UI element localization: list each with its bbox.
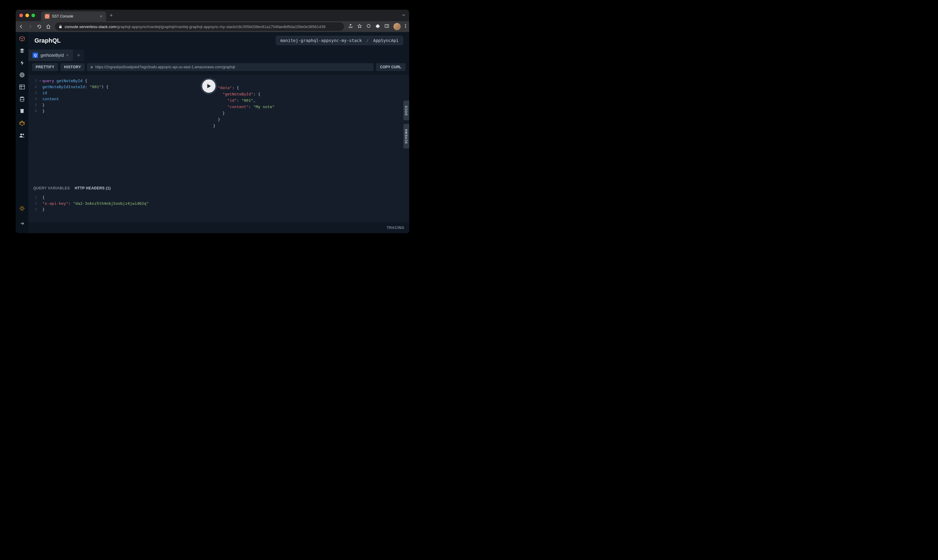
browser-tab[interactable]: SST Console × (41, 11, 106, 21)
table-icon[interactable] (19, 84, 25, 90)
browser-toolbar-icons (348, 23, 406, 30)
new-tab-button[interactable]: + (110, 12, 113, 19)
reload-button[interactable] (37, 24, 42, 29)
svg-line-30 (23, 210, 24, 211)
query-editor[interactable]: 1▾query getNoteById {2 getNoteById(noteI… (28, 75, 205, 183)
breadcrumb-sep: / (366, 38, 369, 43)
tab-title: SST Console (52, 14, 73, 18)
prettify-button[interactable]: PRETTIFY (32, 63, 58, 71)
panel-icon[interactable] (384, 23, 389, 29)
svg-point-4 (405, 24, 406, 25)
svg-point-13 (20, 97, 24, 98)
browser-tabs-bar: SST Console × + (16, 10, 409, 21)
tab-close-button[interactable]: × (100, 14, 102, 19)
svg-rect-15 (20, 109, 24, 110)
svg-point-1 (367, 25, 370, 28)
minimize-window-button[interactable] (25, 14, 29, 17)
app-sidebar (16, 32, 28, 233)
share-icon[interactable] (348, 23, 353, 29)
editor-area: 1▾query getNoteById {2 getNoteById(noteI… (28, 75, 409, 222)
theme-icon[interactable] (19, 205, 25, 211)
page-header: GraphQL manitej-graphql-appsync-my-stack… (28, 32, 409, 49)
url-bar[interactable]: console.serverless-stack.com/graphql-app… (55, 22, 344, 31)
svg-point-5 (405, 26, 406, 26)
home-button[interactable] (46, 24, 51, 29)
traffic-lights (19, 14, 35, 17)
functions-icon[interactable] (19, 60, 25, 66)
svg-rect-10 (20, 85, 25, 89)
bucket-icon[interactable] (19, 108, 25, 114)
profile-avatar[interactable] (393, 23, 401, 30)
close-window-button[interactable] (19, 14, 23, 17)
svg-rect-0 (59, 26, 62, 28)
page-title: GraphQL (34, 37, 61, 44)
headers-editor[interactable]: 1{2 "x-api-key": "da2-3oknz5th4nbj5oobjz… (28, 192, 205, 222)
users-icon[interactable] (19, 132, 25, 138)
maximize-window-button[interactable] (31, 14, 35, 17)
svg-rect-14 (20, 110, 23, 113)
url-path: /graphql-appsync/manitej/graphql/manitej… (116, 25, 325, 29)
breadcrumb[interactable]: manitej-graphql-appsync-my-stack / AppSy… (276, 36, 403, 45)
history-button[interactable]: HISTORY (60, 63, 85, 71)
stacks-icon[interactable] (19, 48, 25, 54)
bookmark-icon[interactable] (357, 23, 362, 29)
copy-curl-button[interactable]: COPY CURL (376, 63, 405, 71)
endpoint-url: https://2ngraxbyo5cwdpsk47wgn3oafu.appsy… (95, 65, 235, 69)
svg-point-22 (20, 134, 22, 135)
bottom-tabs: QUERY VARIABLES HTTP HEADERS (1) (28, 183, 205, 192)
expand-tabs-icon[interactable] (402, 13, 405, 18)
tab-favicon (45, 14, 49, 19)
lock-icon (59, 25, 62, 28)
endpoint-status-dot (91, 66, 93, 68)
http-headers-tab[interactable]: HTTP HEADERS (1) (75, 186, 111, 190)
database-icon[interactable] (19, 96, 25, 102)
graphql-toolbar: PRETTIFY HISTORY https://2ngraxbyo5cwdps… (28, 62, 409, 72)
menu-icon[interactable] (405, 23, 406, 29)
tracing-button[interactable]: TRACING (387, 226, 404, 230)
browser-window: SST Console × + console.serverless-stack… (16, 10, 409, 233)
main-content: GraphQL manitej-graphql-appsync-my-stack… (28, 32, 409, 233)
app-body: GraphQL manitej-graphql-appsync-my-stack… (16, 32, 409, 233)
logo-icon[interactable] (19, 35, 25, 42)
svg-line-29 (20, 206, 21, 207)
add-query-tab-button[interactable]: + (73, 49, 84, 61)
breadcrumb-api: AppSyncApi (373, 38, 399, 43)
query-tab[interactable]: Q getNoteById × (28, 49, 73, 61)
query-tab-close-icon[interactable]: × (66, 53, 69, 58)
breadcrumb-stack: manitej-graphql-appsync-my-stack (280, 38, 362, 43)
docs-tab[interactable]: DOCS (404, 101, 409, 120)
query-variables-tab[interactable]: QUERY VARIABLES (33, 186, 70, 190)
side-tabs: DOCS SCHEMA (404, 101, 409, 148)
forward-button[interactable] (28, 24, 32, 29)
svg-point-23 (23, 134, 24, 135)
response-pane: ▾{▾ "data": { "getNoteById": { "id": "00… (205, 75, 409, 222)
svg-point-6 (405, 27, 406, 28)
graphql-icon[interactable] (19, 120, 25, 126)
endpoint-input[interactable]: https://2ngraxbyo5cwdpsk47wgn3oafu.appsy… (87, 63, 373, 71)
query-pane: 1▾query getNoteById {2 getNoteById(noteI… (28, 75, 205, 222)
query-tab-name: getNoteById (40, 53, 64, 58)
url-domain: console.serverless-stack.com (65, 25, 116, 29)
footer: TRACING (28, 222, 409, 233)
svg-line-32 (23, 206, 24, 207)
back-button[interactable] (19, 24, 23, 29)
extensions-icon[interactable] (375, 23, 380, 29)
svg-point-24 (21, 207, 23, 209)
svg-rect-2 (385, 25, 389, 28)
circle-icon[interactable] (366, 23, 371, 29)
run-query-button[interactable] (201, 78, 217, 94)
sidebar-expand-button[interactable] (16, 217, 28, 229)
query-tabs: Q getNoteById × + (28, 49, 409, 62)
api-icon[interactable] (19, 72, 25, 78)
schema-tab[interactable]: SCHEMA (404, 124, 409, 148)
query-type-badge: Q (32, 52, 38, 58)
address-bar: console.serverless-stack.com/graphql-app… (16, 21, 409, 32)
svg-line-31 (20, 210, 21, 211)
